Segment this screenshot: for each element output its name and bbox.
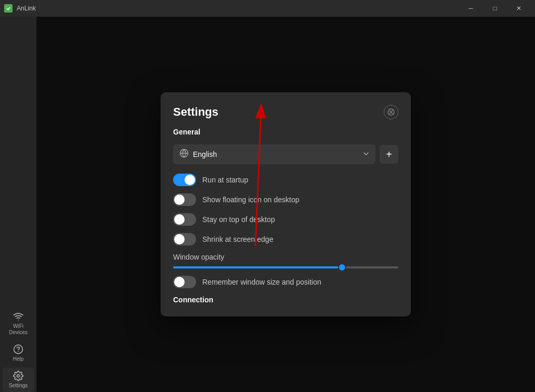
sidebar-item-settings[interactable]: Settings <box>3 368 34 392</box>
toggle-remember-window-size: Remember window size and position <box>173 276 398 288</box>
general-section-label: General <box>173 128 398 136</box>
language-icon <box>179 149 189 160</box>
toggle-stay-on-top: Stay on top of desktop <box>173 213 398 226</box>
sidebar-item-wifi-devices[interactable]: WiFi Devices <box>3 308 34 339</box>
language-chevron-icon <box>363 151 369 158</box>
shrink-screen-edge-toggle[interactable] <box>173 233 196 246</box>
toggle-knob <box>174 194 185 205</box>
app-icon <box>4 4 13 13</box>
run-at-startup-toggle[interactable] <box>173 174 196 186</box>
opacity-slider-track[interactable] <box>173 266 398 268</box>
svg-point-3 <box>18 351 19 352</box>
titlebar: AnLink ─ □ ✕ <box>0 0 535 17</box>
svg-point-0 <box>6 6 11 11</box>
settings-header: Settings <box>161 92 411 128</box>
settings-label: Settings <box>9 383 28 389</box>
stay-on-top-label: Stay on top of desktop <box>202 215 275 224</box>
opacity-slider-fill <box>173 266 342 268</box>
help-icon <box>13 344 23 354</box>
run-at-startup-label: Run at startup <box>202 176 248 184</box>
settings-close-button[interactable] <box>384 105 398 119</box>
window-controls: ─ □ ✕ <box>459 0 531 17</box>
language-value: English <box>193 150 363 158</box>
show-floating-icon-label: Show floating icon on desktop <box>202 195 299 204</box>
settings-title: Settings <box>173 105 218 119</box>
window-opacity-section: Window opacity <box>173 253 398 268</box>
main-area: WiFi Devices Help Settings <box>0 17 535 392</box>
svg-point-1 <box>18 320 19 321</box>
sidebar-item-help[interactable]: Help <box>3 341 34 365</box>
language-row: English + <box>173 144 398 164</box>
minimize-button[interactable]: ─ <box>459 0 483 17</box>
app-title: AnLink <box>17 5 36 12</box>
shrink-screen-edge-label: Shrink at screen edge <box>202 235 273 243</box>
add-language-button[interactable]: + <box>380 145 398 164</box>
toggle-shrink-screen-edge: Shrink at screen edge <box>173 233 398 246</box>
remember-window-size-toggle[interactable] <box>173 276 196 288</box>
toggle-knob <box>174 234 185 244</box>
settings-icon <box>13 371 23 381</box>
connection-section-label: Connection <box>173 296 398 304</box>
wifi-devices-label: WiFi Devices <box>5 323 32 336</box>
content-area: Settings General <box>37 17 535 392</box>
settings-scrollable[interactable]: General English <box>161 128 411 316</box>
sidebar: WiFi Devices Help Settings <box>0 17 37 392</box>
toggle-run-at-startup: Run at startup <box>173 174 398 186</box>
toggle-knob <box>174 214 185 225</box>
toggle-knob <box>185 175 195 185</box>
close-button[interactable]: ✕ <box>507 0 531 17</box>
toggle-knob <box>174 277 185 287</box>
show-floating-icon-toggle[interactable] <box>173 193 196 206</box>
settings-dialog: Settings General <box>161 92 411 316</box>
toggle-show-floating-icon: Show floating icon on desktop <box>173 193 398 206</box>
wifi-devices-icon <box>13 311 23 322</box>
remember-window-size-label: Remember window size and position <box>202 278 321 286</box>
language-select[interactable]: English <box>173 144 375 164</box>
maximize-button[interactable]: □ <box>483 0 507 17</box>
window-opacity-label: Window opacity <box>173 253 398 261</box>
titlebar-left: AnLink <box>4 4 36 13</box>
help-label: Help <box>13 356 24 362</box>
modal-overlay: Settings General <box>37 17 535 392</box>
opacity-slider-thumb[interactable] <box>338 263 346 272</box>
svg-point-4 <box>17 375 20 377</box>
stay-on-top-toggle[interactable] <box>173 213 196 226</box>
